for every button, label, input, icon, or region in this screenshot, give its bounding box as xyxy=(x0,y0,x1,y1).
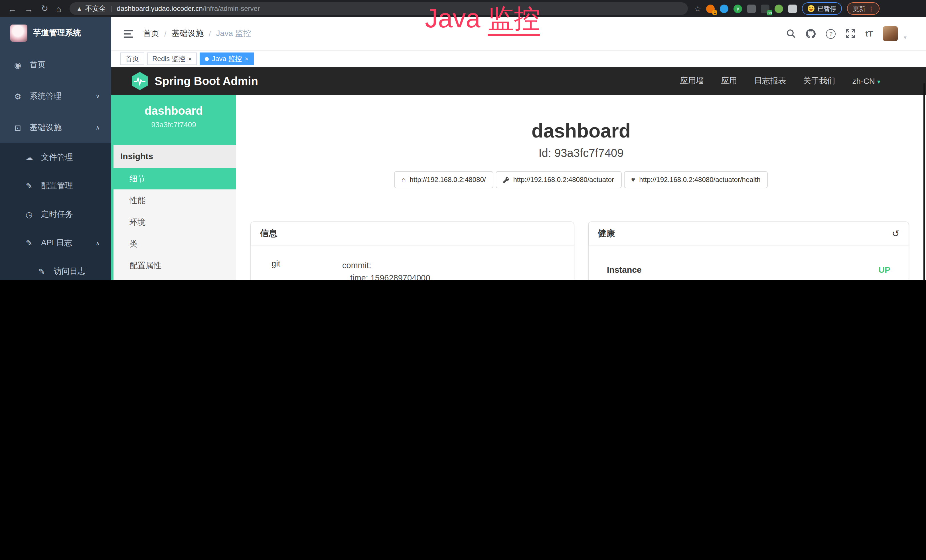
sba-header: Spring Boot Admin 应用墙 应用 日志报表 关于我们 zh-CN… xyxy=(111,67,926,95)
bookmark-star-icon[interactable]: ☆ xyxy=(694,4,701,13)
wrench-icon xyxy=(503,177,509,183)
nav-item-config-props[interactable]: 配置属性 xyxy=(113,254,236,276)
app-title: 芋道管理系统 xyxy=(33,28,81,38)
breadcrumb-separator: / xyxy=(209,29,211,38)
sba-nav-about[interactable]: 关于我们 xyxy=(803,76,835,86)
sidebar-item-label: 基础设施 xyxy=(30,123,62,133)
tab-label: Java 监控 xyxy=(212,54,242,64)
window-right-scrollbar[interactable] xyxy=(923,83,925,280)
log-icon: ✎ xyxy=(24,239,34,248)
tab-home[interactable]: 首页 xyxy=(120,53,144,65)
sidebar-item-infrastructure[interactable]: ⊡ 基础设施 ∧ xyxy=(0,112,111,143)
browser-back-icon[interactable]: ← xyxy=(8,4,17,14)
update-label: 更新 xyxy=(853,4,865,13)
avatar-caret-icon[interactable]: ▾ xyxy=(904,34,906,40)
tab-redis-monitor[interactable]: Redis 监控× xyxy=(147,53,197,65)
sidebar-item-access-logs[interactable]: ✎访问日志 xyxy=(0,257,111,280)
paused-badge[interactable]: 已暂停 xyxy=(802,2,842,15)
dashboard-icon: ◉ xyxy=(12,60,23,69)
breadcrumb: 首页 / 基础设施 / Java 监控 xyxy=(143,29,251,39)
browser-menu-icon[interactable]: ⋮ xyxy=(869,5,874,12)
sidebar-item-file-manage[interactable]: ☁文件管理 xyxy=(0,143,111,172)
close-icon[interactable]: × xyxy=(245,55,248,62)
breadcrumb-current: Java 监控 xyxy=(216,29,251,39)
paused-label: 已暂停 xyxy=(818,4,837,13)
instance-name: dashboard xyxy=(111,104,236,118)
chrome-update-button[interactable]: 更新 ⋮ xyxy=(847,2,880,15)
sba-nav-applications[interactable]: 应用 xyxy=(721,76,737,86)
sidebar-item-label: 系统管理 xyxy=(30,91,62,101)
health-card: 健康↺ Instance UP xyxy=(589,222,909,280)
sba-locale-select[interactable]: zh-CN▾ xyxy=(852,76,881,86)
fullscreen-icon[interactable] xyxy=(846,29,855,38)
actuator-url-link[interactable]: http://192.168.0.2:48080/actuator xyxy=(495,171,622,188)
tags-view-bar: 首页 Redis 监控× Java 监控× xyxy=(111,51,926,67)
info-card-title: 信息 xyxy=(260,228,277,239)
app-logo-row[interactable]: 芋道管理系统 xyxy=(0,17,111,49)
extension-orange-icon[interactable]: 1 xyxy=(707,4,715,13)
health-url: http://192.168.0.2:48080/actuator/health xyxy=(639,176,761,184)
breadcrumb-infrastructure[interactable]: 基础设施 xyxy=(172,29,204,39)
extension-grid-icon[interactable] xyxy=(747,4,756,13)
home-icon: ⌂ xyxy=(401,176,406,184)
sidebar-item-system[interactable]: ⚙ 系统管理 ∨ xyxy=(0,80,111,112)
sidebar-item-api-logs[interactable]: ✎API 日志∧ xyxy=(0,229,111,257)
extension-on-badge: on xyxy=(767,10,773,15)
sba-brand[interactable]: Spring Boot Admin xyxy=(132,72,258,90)
page-annotation: Java 监控 xyxy=(425,0,540,36)
github-icon[interactable] xyxy=(806,29,816,38)
sba-nav-wallboard[interactable]: 应用墙 xyxy=(680,76,704,86)
font-size-icon[interactable]: tT xyxy=(865,29,873,38)
sba-logo-icon xyxy=(132,72,148,90)
monitor-icon: ⊡ xyxy=(12,123,23,132)
service-url-link[interactable]: ⌂http://192.168.0.2:48080/ xyxy=(394,171,493,188)
hamburger-icon[interactable] xyxy=(124,30,133,37)
health-url-link[interactable]: ♥http://192.168.0.2:48080/actuator/healt… xyxy=(624,171,768,188)
browser-forward-icon[interactable]: → xyxy=(24,4,33,14)
info-key: git xyxy=(262,259,342,280)
extension-switch-icon[interactable]: on xyxy=(761,4,770,13)
breadcrumb-home[interactable]: 首页 xyxy=(143,29,159,39)
gear-icon: ⚙ xyxy=(12,92,23,101)
app-logo-image xyxy=(10,24,27,42)
address-bar[interactable]: ▲ 不安全 | dashboard.yudao.iocoder.cn/infra… xyxy=(69,2,688,15)
user-avatar[interactable] xyxy=(883,26,898,41)
access-log-icon: ✎ xyxy=(36,267,47,276)
breadcrumb-separator: / xyxy=(164,29,166,38)
close-icon[interactable]: × xyxy=(188,55,192,62)
history-icon[interactable]: ↺ xyxy=(892,228,899,239)
tab-java-monitor[interactable]: Java 监控× xyxy=(200,53,254,65)
heart-icon: ♥ xyxy=(631,176,635,184)
nav-item-classes[interactable]: 类 xyxy=(113,233,236,254)
service-url: http://192.168.0.2:48080/ xyxy=(410,176,486,184)
url-path: /infra/admin-server xyxy=(203,5,260,12)
nav-item-details[interactable]: 细节 xyxy=(113,168,236,189)
extension-pin-icon[interactable] xyxy=(720,4,729,13)
sba-nav-journal[interactable]: 日志报表 xyxy=(754,76,786,86)
chevron-down-icon: ▾ xyxy=(877,78,881,85)
info-value: commit: time: 1596289704000 id: 27aa832 … xyxy=(342,259,562,280)
search-icon[interactable] xyxy=(787,29,796,38)
nav-item-scheduled-tasks[interactable]: 计划任务 xyxy=(113,276,236,280)
sidebar-item-home[interactable]: ◉ 首页 xyxy=(0,49,111,80)
instance-id-subtitle: Id: 93a3fc7f7409 xyxy=(236,147,926,160)
sidebar-item-config-manage[interactable]: ✎配置管理 xyxy=(0,172,111,200)
help-icon[interactable]: ? xyxy=(826,29,836,38)
browser-home-icon[interactable]: ⌂ xyxy=(56,4,61,14)
actuator-url: http://192.168.0.2:48080/actuator xyxy=(513,176,614,184)
nav-item-metrics[interactable]: 性能 xyxy=(113,189,236,211)
active-tab-dot xyxy=(205,57,209,61)
insights-section-title: Insights xyxy=(113,145,236,168)
sidebar-item-scheduled-jobs[interactable]: ◷定时任务 xyxy=(0,200,111,229)
extensions-puzzle-icon[interactable] xyxy=(788,4,797,13)
sidebar-item-label: API 日志 xyxy=(41,238,72,248)
info-row-git: git commit: time: 1596289704000 id: 27aa… xyxy=(262,257,562,280)
nav-item-environment[interactable]: 环境 xyxy=(113,211,236,233)
browser-reload-icon[interactable]: ↻ xyxy=(41,3,48,14)
instance-id: 93a3fc7f7409 xyxy=(111,120,236,129)
sidebar-item-label: 文件管理 xyxy=(41,152,73,163)
extension-y-icon[interactable]: y xyxy=(734,4,742,13)
extension-leaf-icon[interactable] xyxy=(775,4,784,13)
emoji-face-icon xyxy=(808,5,815,12)
tab-label: 首页 xyxy=(126,54,139,64)
